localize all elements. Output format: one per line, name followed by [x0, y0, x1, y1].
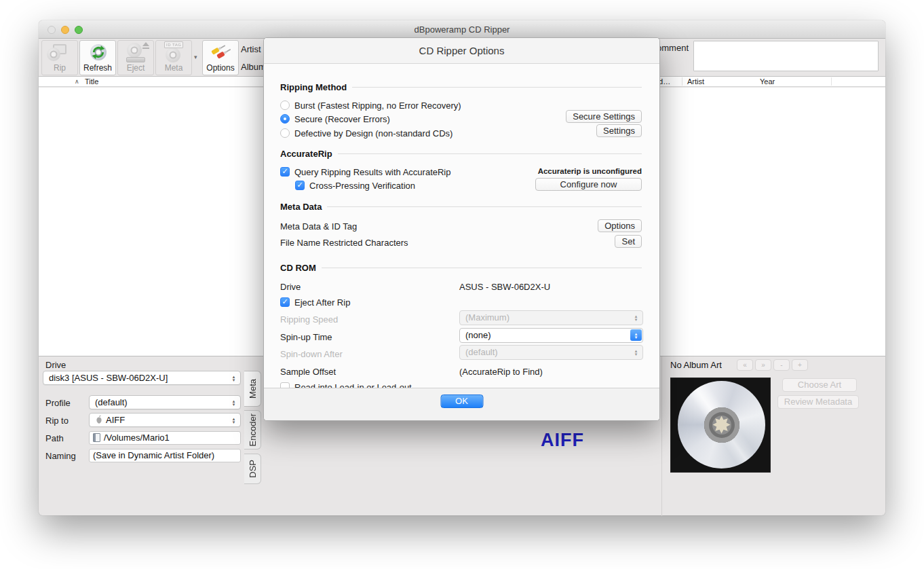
choose-art-button[interactable]: Choose Art [782, 378, 857, 392]
ripping-speed-select: (Maximum) ▴▾ [459, 310, 643, 325]
accuraterip-status: Accuraterip is unconfigured [538, 167, 642, 175]
rip-label: Rip [42, 63, 77, 73]
ripto-label: Rip to [45, 416, 69, 426]
meta-data-idtag-row: Meta Data & ID Tag [280, 220, 357, 232]
eject-icon [118, 41, 153, 64]
section-cd-rom: CD ROM [280, 262, 642, 273]
set-button[interactable]: Set [615, 235, 642, 248]
spindown-after-select: (default) ▴▾ [459, 345, 643, 360]
column-separator[interactable] [831, 77, 832, 86]
section-meta-data: Meta Data [280, 201, 642, 212]
meta-dropdown-icon[interactable]: ▾ [194, 54, 197, 60]
spinup-time-select[interactable]: (none) ▴▾ [459, 328, 643, 343]
column-separator[interactable] [682, 77, 682, 86]
sort-asc-icon[interactable]: ∧ [75, 78, 79, 85]
artist-field-label: Artist [241, 44, 261, 54]
path-input[interactable]: /Volumes/Mario1 [89, 431, 241, 445]
stepper-icon: ▴▾ [229, 373, 238, 383]
checkbox-cross-pressing[interactable]: Cross-Pressing Verification [295, 179, 415, 191]
checkbox-query-accuraterip[interactable]: Query Ripping Results with AccurateRip [280, 166, 451, 178]
configure-now-button[interactable]: Configure now [535, 178, 642, 191]
drive-row-label: Drive [280, 280, 301, 293]
radio-selected-icon[interactable] [280, 114, 290, 124]
art-prev-button[interactable]: « [737, 359, 753, 371]
label: Spin-down After [280, 349, 343, 359]
ripto-select-value: AIFF [106, 415, 125, 425]
section-rule [352, 87, 642, 88]
secure-settings-button[interactable]: Secure Settings [566, 110, 642, 123]
ripping-speed-value: (Maximum) [465, 312, 509, 323]
profile-select[interactable]: (default) ▴▾ [89, 395, 241, 409]
spinup-time-value: (none) [465, 330, 491, 340]
album-art-placeholder[interactable] [670, 378, 771, 473]
naming-label: Naming [45, 451, 76, 461]
section-heading: Ripping Method [280, 82, 347, 92]
options-icon [203, 41, 238, 64]
profile-select-value: (default) [95, 397, 128, 407]
path-input-value: /Volumes/Mario1 [104, 433, 170, 443]
art-add-button[interactable]: + [792, 359, 808, 371]
radio-defective-label: Defective by Design (non-standard CDs) [294, 128, 453, 139]
tab-meta-label: Meta [248, 379, 258, 399]
apple-icon [95, 415, 103, 424]
stepper-icon: ▴▾ [632, 347, 640, 357]
tab-dsp[interactable]: DSP [244, 454, 261, 484]
dialog-header: CD Ripper Options [264, 38, 659, 64]
section-rule [322, 268, 642, 268]
radio-burst[interactable]: Burst (Fastest Ripping, no Error Recover… [280, 99, 461, 111]
drive-value: ASUS - SBW-06D2X-U [459, 280, 550, 293]
review-metadata-button[interactable]: Review Metadata [777, 395, 859, 409]
stepper-icon[interactable]: ▴▾ [630, 329, 642, 341]
cd-center-star [713, 416, 731, 434]
checkbox-query-label: Query Ripping Results with AccurateRip [294, 167, 451, 177]
tab-dsp-label: DSP [248, 460, 258, 478]
art-next-button[interactable]: » [755, 359, 771, 371]
checkbox-eject-after-rip[interactable]: Eject After Rip [280, 296, 350, 308]
radio-secure[interactable]: Secure (Recover Errors) [280, 113, 390, 125]
settings-button[interactable]: Settings [596, 124, 642, 137]
checkbox-cross-label: Cross-Pressing Verification [309, 181, 415, 191]
radio-icon[interactable] [280, 100, 290, 110]
drive-select[interactable]: disk3 [ASUS - SBW-06D2X-U] ▴▾ [43, 371, 241, 385]
comment-input[interactable] [693, 41, 879, 71]
eject-button: Eject [117, 40, 154, 75]
stepper-icon: ▴▾ [229, 415, 238, 425]
column-title[interactable]: Title [85, 77, 98, 86]
tab-encoder[interactable]: Encoder [244, 410, 261, 449]
column-artist[interactable]: Artist [687, 77, 704, 86]
album-art-panel: No Album Art « » - + Choose Art Review M… [661, 356, 885, 516]
section-heading: AccurateRip [280, 149, 332, 159]
title-bar: dBpoweramp CD Ripper [39, 20, 885, 39]
refresh-label: Refresh [80, 63, 115, 73]
rip-icon [42, 41, 77, 64]
section-heading: CD ROM [280, 263, 316, 273]
spindown-after-label: Spin-down After [280, 348, 343, 360]
section-accuraterip: AccurateRip [280, 148, 642, 159]
meta-options-button[interactable]: Options [598, 219, 642, 232]
radio-burst-label: Burst (Fastest Ripping, no Error Recover… [294, 100, 461, 111]
spindown-after-value: (default) [465, 347, 498, 357]
ok-button[interactable]: OK [440, 394, 483, 408]
checkbox-checked-icon[interactable] [295, 181, 305, 190]
radio-icon[interactable] [280, 128, 290, 138]
ripto-select[interactable]: AIFF ▴▾ [89, 413, 241, 427]
rip-button: Rip [41, 40, 78, 75]
stepper-icon: ▴▾ [632, 312, 640, 323]
ripping-speed-label: Ripping Speed [280, 313, 338, 325]
options-button[interactable]: Options [202, 40, 239, 75]
idtag-label: Meta Data & ID Tag [280, 221, 357, 232]
column-year[interactable]: Year [760, 77, 775, 86]
cd-ripper-options-dialog: CD Ripper Options Ripping Method Burst (… [263, 37, 660, 421]
tab-meta[interactable]: Meta [244, 371, 261, 407]
checkbox-checked-icon[interactable] [280, 297, 290, 307]
window-title: dBpoweramp CD Ripper [39, 24, 885, 35]
drive-select-label: Drive [45, 360, 66, 370]
radio-defective[interactable]: Defective by Design (non-standard CDs) [280, 127, 453, 139]
refresh-button[interactable]: Refresh [79, 40, 116, 75]
art-remove-button[interactable]: - [773, 359, 790, 371]
dialog-body: Ripping Method Burst (Fastest Ripping, n… [264, 65, 659, 389]
naming-input[interactable]: (Save in Dynamic Artist Folder) [89, 449, 241, 462]
checkbox-checked-icon[interactable] [280, 167, 290, 177]
refresh-icon [80, 41, 115, 64]
eject-after-rip-label: Eject After Rip [294, 297, 350, 308]
